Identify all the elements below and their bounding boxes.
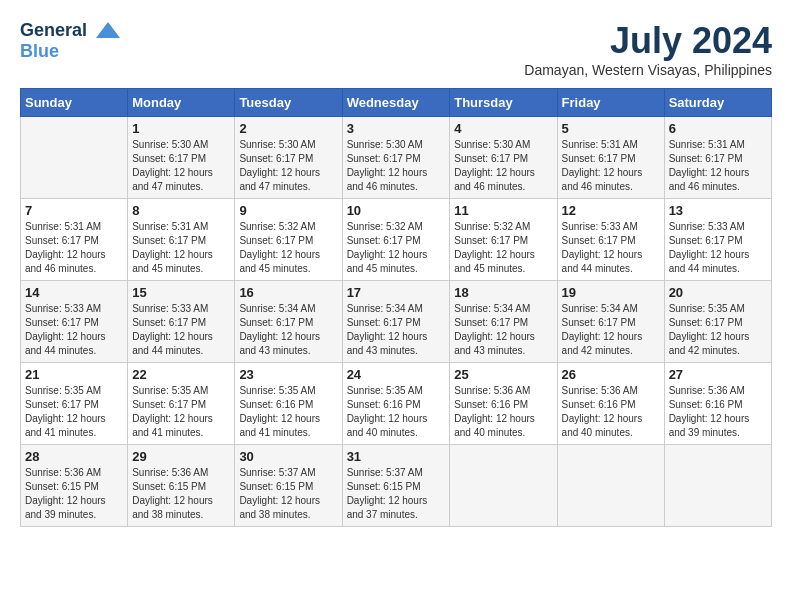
day-info: Sunrise: 5:36 AMSunset: 6:15 PMDaylight:… (25, 466, 123, 522)
day-info: Sunrise: 5:34 AMSunset: 6:17 PMDaylight:… (239, 302, 337, 358)
day-info: Sunrise: 5:37 AMSunset: 6:15 PMDaylight:… (239, 466, 337, 522)
header-tuesday: Tuesday (235, 89, 342, 117)
day-info: Sunrise: 5:32 AMSunset: 6:17 PMDaylight:… (454, 220, 552, 276)
logo-icon (94, 20, 122, 42)
day-info: Sunrise: 5:35 AMSunset: 6:17 PMDaylight:… (669, 302, 767, 358)
day-info: Sunrise: 5:30 AMSunset: 6:17 PMDaylight:… (454, 138, 552, 194)
day-info: Sunrise: 5:33 AMSunset: 6:17 PMDaylight:… (562, 220, 660, 276)
day-number: 25 (454, 367, 552, 382)
day-info: Sunrise: 5:36 AMSunset: 6:16 PMDaylight:… (669, 384, 767, 440)
day-number: 9 (239, 203, 337, 218)
day-number: 24 (347, 367, 446, 382)
day-number: 16 (239, 285, 337, 300)
calendar-header: Sunday Monday Tuesday Wednesday Thursday… (21, 89, 772, 117)
day-number: 21 (25, 367, 123, 382)
day-number: 29 (132, 449, 230, 464)
day-info: Sunrise: 5:30 AMSunset: 6:17 PMDaylight:… (239, 138, 337, 194)
calendar-week-row: 21Sunrise: 5:35 AMSunset: 6:17 PMDayligh… (21, 363, 772, 445)
page-header: General Blue July 2024 Damayan, Western … (20, 20, 772, 78)
day-number: 3 (347, 121, 446, 136)
calendar-table: Sunday Monday Tuesday Wednesday Thursday… (20, 88, 772, 527)
header-wednesday: Wednesday (342, 89, 450, 117)
calendar-cell: 7Sunrise: 5:31 AMSunset: 6:17 PMDaylight… (21, 199, 128, 281)
day-number: 5 (562, 121, 660, 136)
day-info: Sunrise: 5:34 AMSunset: 6:17 PMDaylight:… (347, 302, 446, 358)
calendar-cell: 9Sunrise: 5:32 AMSunset: 6:17 PMDaylight… (235, 199, 342, 281)
day-number: 14 (25, 285, 123, 300)
day-number: 31 (347, 449, 446, 464)
calendar-cell: 3Sunrise: 5:30 AMSunset: 6:17 PMDaylight… (342, 117, 450, 199)
day-number: 20 (669, 285, 767, 300)
day-number: 7 (25, 203, 123, 218)
calendar-cell: 13Sunrise: 5:33 AMSunset: 6:17 PMDayligh… (664, 199, 771, 281)
day-info: Sunrise: 5:33 AMSunset: 6:17 PMDaylight:… (669, 220, 767, 276)
day-number: 11 (454, 203, 552, 218)
calendar-cell: 24Sunrise: 5:35 AMSunset: 6:16 PMDayligh… (342, 363, 450, 445)
calendar-cell: 29Sunrise: 5:36 AMSunset: 6:15 PMDayligh… (128, 445, 235, 527)
calendar-week-row: 14Sunrise: 5:33 AMSunset: 6:17 PMDayligh… (21, 281, 772, 363)
calendar-body: 1Sunrise: 5:30 AMSunset: 6:17 PMDaylight… (21, 117, 772, 527)
calendar-cell (557, 445, 664, 527)
calendar-cell: 10Sunrise: 5:32 AMSunset: 6:17 PMDayligh… (342, 199, 450, 281)
day-info: Sunrise: 5:34 AMSunset: 6:17 PMDaylight:… (454, 302, 552, 358)
day-info: Sunrise: 5:35 AMSunset: 6:16 PMDaylight:… (239, 384, 337, 440)
day-info: Sunrise: 5:36 AMSunset: 6:16 PMDaylight:… (454, 384, 552, 440)
day-info: Sunrise: 5:32 AMSunset: 6:17 PMDaylight:… (239, 220, 337, 276)
day-number: 23 (239, 367, 337, 382)
day-info: Sunrise: 5:34 AMSunset: 6:17 PMDaylight:… (562, 302, 660, 358)
calendar-cell: 12Sunrise: 5:33 AMSunset: 6:17 PMDayligh… (557, 199, 664, 281)
day-number: 15 (132, 285, 230, 300)
calendar-cell: 6Sunrise: 5:31 AMSunset: 6:17 PMDaylight… (664, 117, 771, 199)
calendar-week-row: 28Sunrise: 5:36 AMSunset: 6:15 PMDayligh… (21, 445, 772, 527)
day-info: Sunrise: 5:31 AMSunset: 6:17 PMDaylight:… (669, 138, 767, 194)
day-info: Sunrise: 5:31 AMSunset: 6:17 PMDaylight:… (132, 220, 230, 276)
calendar-cell: 27Sunrise: 5:36 AMSunset: 6:16 PMDayligh… (664, 363, 771, 445)
calendar-cell: 14Sunrise: 5:33 AMSunset: 6:17 PMDayligh… (21, 281, 128, 363)
day-number: 6 (669, 121, 767, 136)
calendar-cell: 20Sunrise: 5:35 AMSunset: 6:17 PMDayligh… (664, 281, 771, 363)
day-number: 2 (239, 121, 337, 136)
day-number: 1 (132, 121, 230, 136)
header-monday: Monday (128, 89, 235, 117)
header-sunday: Sunday (21, 89, 128, 117)
logo-text: General Blue (20, 20, 122, 62)
day-number: 27 (669, 367, 767, 382)
day-info: Sunrise: 5:30 AMSunset: 6:17 PMDaylight:… (132, 138, 230, 194)
day-number: 28 (25, 449, 123, 464)
day-info: Sunrise: 5:30 AMSunset: 6:17 PMDaylight:… (347, 138, 446, 194)
day-number: 10 (347, 203, 446, 218)
day-number: 26 (562, 367, 660, 382)
location-subtitle: Damayan, Western Visayas, Philippines (524, 62, 772, 78)
day-info: Sunrise: 5:35 AMSunset: 6:17 PMDaylight:… (132, 384, 230, 440)
calendar-cell: 1Sunrise: 5:30 AMSunset: 6:17 PMDaylight… (128, 117, 235, 199)
day-info: Sunrise: 5:35 AMSunset: 6:16 PMDaylight:… (347, 384, 446, 440)
day-info: Sunrise: 5:32 AMSunset: 6:17 PMDaylight:… (347, 220, 446, 276)
calendar-cell: 21Sunrise: 5:35 AMSunset: 6:17 PMDayligh… (21, 363, 128, 445)
svg-marker-0 (96, 22, 120, 38)
calendar-cell: 26Sunrise: 5:36 AMSunset: 6:16 PMDayligh… (557, 363, 664, 445)
day-number: 13 (669, 203, 767, 218)
calendar-cell: 8Sunrise: 5:31 AMSunset: 6:17 PMDaylight… (128, 199, 235, 281)
day-info: Sunrise: 5:31 AMSunset: 6:17 PMDaylight:… (25, 220, 123, 276)
calendar-cell: 4Sunrise: 5:30 AMSunset: 6:17 PMDaylight… (450, 117, 557, 199)
logo: General Blue (20, 20, 122, 62)
calendar-cell: 18Sunrise: 5:34 AMSunset: 6:17 PMDayligh… (450, 281, 557, 363)
day-number: 4 (454, 121, 552, 136)
calendar-cell: 19Sunrise: 5:34 AMSunset: 6:17 PMDayligh… (557, 281, 664, 363)
header-thursday: Thursday (450, 89, 557, 117)
month-year-title: July 2024 (524, 20, 772, 62)
calendar-cell: 15Sunrise: 5:33 AMSunset: 6:17 PMDayligh… (128, 281, 235, 363)
day-info: Sunrise: 5:33 AMSunset: 6:17 PMDaylight:… (25, 302, 123, 358)
day-number: 19 (562, 285, 660, 300)
day-number: 12 (562, 203, 660, 218)
calendar-cell: 23Sunrise: 5:35 AMSunset: 6:16 PMDayligh… (235, 363, 342, 445)
day-number: 30 (239, 449, 337, 464)
day-number: 8 (132, 203, 230, 218)
day-number: 22 (132, 367, 230, 382)
title-block: July 2024 Damayan, Western Visayas, Phil… (524, 20, 772, 78)
calendar-cell: 30Sunrise: 5:37 AMSunset: 6:15 PMDayligh… (235, 445, 342, 527)
calendar-cell: 31Sunrise: 5:37 AMSunset: 6:15 PMDayligh… (342, 445, 450, 527)
day-info: Sunrise: 5:31 AMSunset: 6:17 PMDaylight:… (562, 138, 660, 194)
day-number: 18 (454, 285, 552, 300)
calendar-cell: 11Sunrise: 5:32 AMSunset: 6:17 PMDayligh… (450, 199, 557, 281)
